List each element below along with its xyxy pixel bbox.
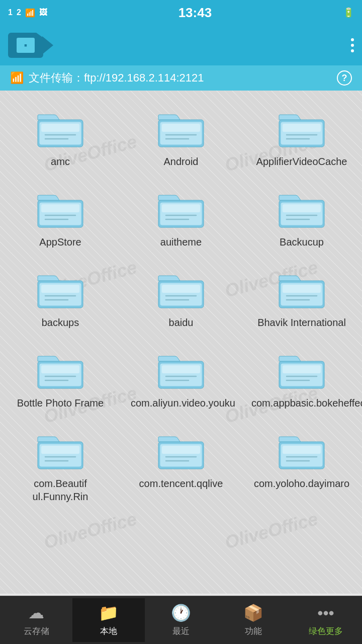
folder-icon (35, 352, 85, 390)
cloud-icon: ☁ (28, 603, 44, 622)
folder-label: com.aliyun.video.youku (131, 396, 231, 410)
svg-rect-72 (283, 446, 321, 454)
ftp-wifi-icon: 📶 (10, 71, 24, 85)
folder-item[interactable]: amc (0, 101, 121, 176)
image-status-icon: 🖼 (39, 8, 47, 17)
svg-rect-67 (162, 446, 200, 454)
folder-item[interactable]: com.aliyun.video.youku (121, 342, 241, 418)
box-icon: 📦 (243, 603, 263, 622)
folder-row: AppStore auitheme (0, 181, 362, 257)
nav-recent-label: 最近 (172, 625, 190, 637)
folder-row: com.Beautif ul.Funny.Rin com.tencent.qql… (0, 423, 362, 511)
folder-icon (277, 191, 327, 229)
folder-label: Bottle Photo Frame (17, 396, 104, 410)
clock-icon: 🕐 (171, 603, 191, 622)
ftp-address: 文件传输：ftp://192.168.2.114:2121 (29, 70, 204, 86)
folder-label: amc (51, 155, 70, 168)
folder-icon (156, 272, 206, 310)
svg-rect-12 (283, 124, 321, 132)
nav-more-label: 绿色更多 (309, 625, 343, 637)
ftp-info: 📶 文件传输：ftp://192.168.2.114:2121 (10, 70, 204, 86)
folder-icon (156, 433, 206, 471)
folder-label: AppStore (39, 235, 81, 249)
nav-local[interactable]: 📁 本地 (72, 598, 145, 642)
status-bar: 1 2 📶 🖼 13:43 🔋 (0, 0, 362, 25)
nav-local-label: 本地 (100, 625, 117, 637)
folder-icon (156, 352, 206, 390)
bottom-nav: ☁ 云存储 📁 本地 🕐 最近 📦 功能 ••• 绿色更多 (0, 596, 362, 644)
menu-button[interactable] (351, 38, 354, 52)
folder-label: Backucup (280, 235, 324, 249)
folder-item[interactable]: Backucup (241, 181, 362, 257)
folder-icon (277, 433, 327, 471)
svg-rect-2 (41, 124, 79, 132)
nav-function[interactable]: 📦 功能 (217, 598, 290, 642)
folder-icon (156, 191, 206, 229)
svg-rect-42 (283, 285, 321, 293)
app-header (0, 25, 362, 65)
folder-row: backups baidu Bh (0, 262, 362, 337)
folder-icon (35, 191, 85, 229)
folder-icon (35, 111, 85, 149)
folder-item[interactable]: AppStore (0, 181, 121, 257)
nav-cloud-storage[interactable]: ☁ 云存储 (0, 598, 72, 642)
svg-rect-32 (41, 285, 79, 293)
svg-rect-47 (41, 365, 79, 373)
folder-item[interactable]: auitheme (121, 181, 241, 257)
folder-icon (35, 433, 85, 471)
svg-rect-22 (162, 204, 200, 212)
folder-icon (277, 352, 327, 390)
folder-label: com.tencent.qqlive (139, 477, 223, 490)
folder-label: Android (164, 155, 199, 168)
folder-label: Bhavik International (257, 316, 346, 329)
folder-item[interactable]: Bottle Photo Frame (0, 342, 121, 418)
ftp-help-button[interactable]: ? (337, 70, 352, 86)
folder-row: Bottle Photo Frame com.aliyun.video.youk… (0, 342, 362, 418)
folder-label: auitheme (160, 235, 202, 249)
nav-recent[interactable]: 🕐 最近 (145, 598, 217, 642)
folder-item[interactable]: com.Beautif ul.Funny.Rin (0, 423, 121, 511)
ftp-bar: 📶 文件传输：ftp://192.168.2.114:2121 ? (0, 65, 362, 91)
folder-icon (277, 111, 327, 149)
status-time: 13:43 (178, 5, 212, 21)
svg-rect-37 (162, 285, 200, 293)
folder-icon (277, 272, 327, 310)
sd-card-button[interactable] (8, 33, 53, 58)
folder-item[interactable]: com.tencent.qqlive (121, 423, 241, 511)
file-grid: OliveOffice OliveOffice OliveOffice Oliv… (0, 91, 362, 594)
folder-label: baidu (169, 316, 194, 329)
folder-label: com.Beautif ul.Funny.Rin (10, 477, 111, 503)
more-icon: ••• (317, 604, 334, 622)
svg-rect-52 (162, 365, 200, 373)
folder-nav-icon: 📁 (99, 603, 119, 622)
folder-label: com.yoloho.dayimaro (254, 477, 349, 490)
signal-2-icon: 2 (17, 8, 21, 17)
folder-item[interactable]: baidu (121, 262, 241, 337)
nav-function-label: 功能 (245, 625, 262, 637)
folder-label: backups (42, 316, 79, 329)
folder-item[interactable]: ApplifierVideoCache (241, 101, 362, 176)
folder-item[interactable]: com.appbasic.bokeheffec (241, 342, 362, 418)
svg-rect-62 (41, 446, 79, 454)
nav-cloud-label: 云存储 (24, 625, 49, 637)
grid-container: amc Android Appl (0, 101, 362, 511)
nav-more[interactable]: ••• 绿色更多 (290, 599, 362, 642)
battery-icon: 🔋 (343, 7, 354, 18)
svg-rect-17 (41, 204, 79, 212)
folder-item[interactable]: com.yoloho.dayimaro (241, 423, 362, 511)
folder-row: amc Android Appl (0, 101, 362, 176)
svg-rect-7 (162, 124, 200, 132)
folder-label: com.appbasic.bokeheffec (251, 396, 352, 410)
folder-item[interactable]: backups (0, 262, 121, 337)
folder-icon (156, 111, 206, 149)
svg-rect-57 (283, 365, 321, 373)
svg-rect-27 (283, 204, 321, 212)
folder-item[interactable]: Android (121, 101, 241, 176)
signal-1-icon: 1 (8, 8, 13, 17)
wifi-status-icon: 📶 (25, 8, 35, 18)
folder-label: ApplifierVideoCache (256, 155, 347, 168)
folder-item[interactable]: Bhavik International (241, 262, 362, 337)
status-icons: 1 2 📶 🖼 (8, 8, 47, 18)
folder-icon (35, 272, 85, 310)
